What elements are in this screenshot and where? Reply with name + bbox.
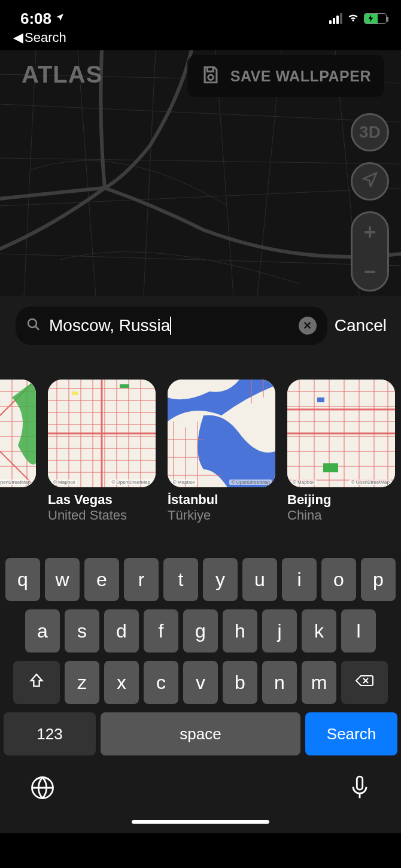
three-d-button[interactable]: 3D xyxy=(351,113,389,151)
key-p[interactable]: p xyxy=(361,558,396,601)
search-row: Moscow, Russia ✕ Cancel xyxy=(0,296,401,350)
keyboard-row-4: 123 space Search xyxy=(4,712,397,755)
keyboard-row-3: z x c v b n m xyxy=(4,661,397,704)
key-m[interactable]: m xyxy=(302,661,336,704)
key-j[interactable]: j xyxy=(262,609,297,652)
card-subtitle: United States xyxy=(48,508,156,523)
key-l[interactable]: l xyxy=(341,609,376,652)
back-to-search[interactable]: ◀ Search xyxy=(0,30,401,50)
key-numbers[interactable]: 123 xyxy=(4,712,96,755)
key-b[interactable]: b xyxy=(223,661,257,704)
navigation-arrow-icon xyxy=(361,171,379,193)
location-services-icon xyxy=(55,13,65,25)
locate-button[interactable] xyxy=(351,162,389,201)
key-y[interactable]: y xyxy=(203,558,238,601)
suggestions-strip: © Mapbox © OpenStreetMap as ed States xyxy=(0,350,401,551)
suggestion-card[interactable]: © Mapbox © OpenStreetMap İstanbul Türkiy… xyxy=(168,380,275,523)
save-icon xyxy=(200,65,221,87)
zoom-control: + – xyxy=(351,211,389,292)
suggestion-card[interactable]: © Mapbox © OpenStreetMap Las Vegas Unite… xyxy=(48,380,156,523)
back-label: Search xyxy=(25,30,66,45)
key-o[interactable]: o xyxy=(321,558,356,601)
svg-point-1 xyxy=(208,75,213,80)
key-t[interactable]: t xyxy=(163,558,198,601)
key-f[interactable]: f xyxy=(144,609,178,652)
status-bar: 6:08 xyxy=(0,0,401,30)
suggestion-card[interactable]: © Mapbox © OpenStreetMap as ed States xyxy=(0,380,36,523)
card-subtitle: China xyxy=(287,508,395,523)
battery-icon xyxy=(364,13,387,24)
card-subtitle: Türkiye xyxy=(168,508,275,523)
svg-point-2 xyxy=(28,319,37,327)
save-wallpaper-button[interactable]: SAVE WALLPAPER xyxy=(187,55,384,97)
svg-rect-11 xyxy=(323,463,338,472)
zoom-out-button[interactable]: – xyxy=(353,251,387,290)
svg-rect-10 xyxy=(317,397,324,402)
save-wallpaper-label: SAVE WALLPAPER xyxy=(230,68,371,85)
card-title: as xyxy=(0,492,36,508)
key-e[interactable]: e xyxy=(84,558,119,601)
svg-rect-6 xyxy=(72,391,78,395)
attribution-mapbox: © Mapbox xyxy=(51,479,77,485)
card-title: İstanbul xyxy=(168,492,275,508)
wifi-icon xyxy=(347,11,359,26)
card-subtitle: ed States xyxy=(0,508,36,523)
attribution-mapbox: © Mapbox xyxy=(291,479,317,485)
keyboard-row-2: a s d f g h j k l xyxy=(4,609,397,652)
app-title: ATLAS xyxy=(22,61,102,88)
backspace-icon xyxy=(355,672,374,694)
attribution-osm: © OpenStreetMap xyxy=(349,479,391,485)
keyboard-row-1: q w e r t y u i o p xyxy=(4,558,397,601)
svg-line-3 xyxy=(35,326,39,330)
three-d-label: 3D xyxy=(359,123,381,142)
key-k[interactable]: k xyxy=(302,609,336,652)
key-r[interactable]: r xyxy=(124,558,159,601)
key-d[interactable]: d xyxy=(104,609,139,652)
key-c[interactable]: c xyxy=(144,661,178,704)
key-a[interactable]: a xyxy=(25,609,60,652)
chevron-left-icon: ◀ xyxy=(13,30,23,45)
key-z[interactable]: z xyxy=(65,661,99,704)
globe-icon[interactable] xyxy=(30,775,55,803)
keyboard: q w e r t y u i o p a s d f g h j k l z … xyxy=(0,551,401,833)
cancel-label: Cancel xyxy=(335,316,387,335)
key-space[interactable]: space xyxy=(101,712,300,755)
key-search[interactable]: Search xyxy=(305,712,397,755)
key-n[interactable]: n xyxy=(262,661,297,704)
close-icon: ✕ xyxy=(303,319,312,332)
attribution-osm: © OpenStreetMap xyxy=(229,479,272,485)
key-x[interactable]: x xyxy=(104,661,139,704)
shift-icon xyxy=(28,672,45,694)
key-s[interactable]: s xyxy=(65,609,99,652)
map-canvas[interactable]: ATLAS SAVE WALLPAPER 3D + – xyxy=(0,50,401,296)
svg-rect-13 xyxy=(357,776,362,790)
key-backspace[interactable] xyxy=(341,661,388,704)
key-u[interactable]: u xyxy=(242,558,277,601)
key-i[interactable]: i xyxy=(282,558,317,601)
attribution-osm: © OpenStreetMap xyxy=(0,479,32,485)
suggestion-card[interactable]: © Mapbox © OpenStreetMap Beijing China xyxy=(287,380,395,523)
search-icon xyxy=(26,317,41,334)
clear-search-button[interactable]: ✕ xyxy=(299,317,317,335)
search-field[interactable]: Moscow, Russia ✕ xyxy=(16,306,327,345)
status-time: 6:08 xyxy=(20,10,51,28)
cellular-signal-icon xyxy=(329,13,342,24)
key-q[interactable]: q xyxy=(5,558,40,601)
mic-icon[interactable] xyxy=(348,775,371,803)
key-shift[interactable] xyxy=(13,661,60,704)
search-value: Moscow, Russia xyxy=(49,316,171,335)
key-w[interactable]: w xyxy=(45,558,80,601)
key-h[interactable]: h xyxy=(223,609,257,652)
card-title: Beijing xyxy=(287,492,395,508)
attribution-osm: © OpenStreetMap xyxy=(110,479,152,485)
card-title: Las Vegas xyxy=(48,492,156,508)
home-indicator[interactable] xyxy=(132,820,269,824)
svg-rect-7 xyxy=(120,384,129,388)
cancel-button[interactable]: Cancel xyxy=(335,316,390,335)
attribution-mapbox: © Mapbox xyxy=(171,479,197,485)
key-v[interactable]: v xyxy=(183,661,218,704)
key-g[interactable]: g xyxy=(183,609,218,652)
text-cursor xyxy=(170,317,171,335)
zoom-in-button[interactable]: + xyxy=(353,213,387,251)
